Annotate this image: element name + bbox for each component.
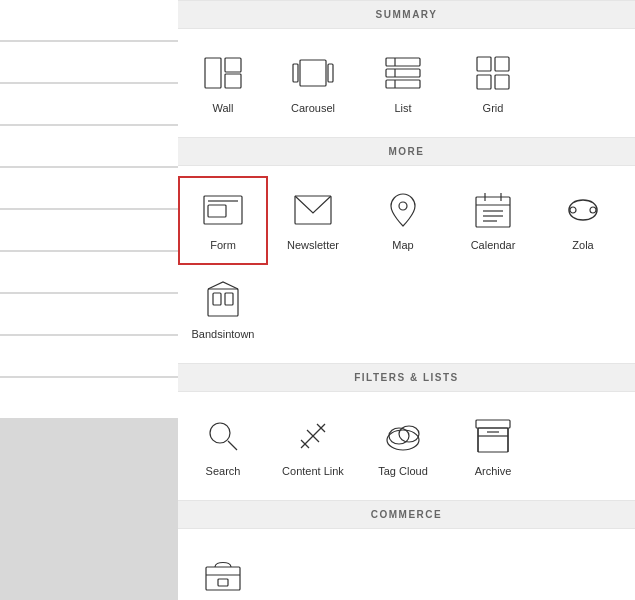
- bandsintown-label: Bandsintown: [192, 327, 255, 341]
- wall-label: Wall: [213, 101, 234, 115]
- item-list[interactable]: List: [358, 39, 448, 127]
- section-header-commerce: COMMERCE: [178, 500, 635, 529]
- map-label: Map: [392, 238, 413, 252]
- tag-cloud-icon: [381, 414, 425, 458]
- svg-rect-0: [205, 58, 221, 88]
- search-label: Search: [206, 464, 241, 478]
- carousel-label: Carousel: [291, 101, 335, 115]
- svg-rect-8: [386, 80, 420, 88]
- newsletter-icon: [291, 188, 335, 232]
- list-icon: [381, 51, 425, 95]
- svg-point-33: [210, 423, 230, 443]
- zola-label: Zola: [572, 238, 593, 252]
- item-search[interactable]: Search: [178, 402, 268, 490]
- newsletter-label: Newsletter: [287, 238, 339, 252]
- item-archive[interactable]: Archive: [448, 402, 538, 490]
- map-icon: [381, 188, 425, 232]
- item-newsletter[interactable]: Newsletter: [268, 176, 358, 264]
- form-label: Form: [210, 238, 236, 252]
- svg-rect-3: [300, 60, 326, 86]
- left-row: [0, 42, 178, 82]
- content-link-label: Content Link: [282, 464, 344, 478]
- archive-label: Archive: [475, 464, 512, 478]
- svg-rect-32: [225, 293, 233, 305]
- left-row: [0, 378, 178, 418]
- svg-rect-16: [204, 196, 242, 224]
- svg-rect-15: [495, 75, 509, 89]
- item-wall[interactable]: Wall: [178, 39, 268, 127]
- summary-grid: Wall Carousel: [178, 29, 635, 137]
- search-icon: [201, 414, 245, 458]
- svg-rect-7: [386, 69, 420, 77]
- more-grid: Form Newsletter Map: [178, 166, 635, 363]
- zola-icon: [561, 188, 605, 232]
- svg-rect-31: [213, 293, 221, 305]
- item-tag-cloud[interactable]: Tag Cloud: [358, 402, 448, 490]
- svg-rect-6: [386, 58, 420, 66]
- item-map[interactable]: Map: [358, 176, 448, 264]
- content-link-icon: [291, 414, 335, 458]
- left-row: [0, 210, 178, 250]
- grid-icon: [471, 51, 515, 95]
- left-panel: [0, 0, 178, 600]
- svg-rect-19: [295, 196, 331, 224]
- bandsintown-icon: [201, 277, 245, 321]
- left-row: [0, 0, 178, 40]
- archive-icon: [471, 414, 515, 458]
- svg-rect-4: [293, 64, 298, 82]
- svg-point-20: [399, 202, 407, 210]
- item-calendar[interactable]: Calendar: [448, 176, 538, 264]
- svg-line-34: [228, 441, 237, 450]
- form-icon: [201, 188, 245, 232]
- svg-rect-14: [477, 75, 491, 89]
- right-panel: SUMMARY Wall Carousel: [178, 0, 635, 600]
- item-bandsintown[interactable]: Bandsintown: [178, 265, 268, 353]
- svg-rect-2: [225, 74, 241, 88]
- item-form[interactable]: Form: [178, 176, 268, 264]
- svg-rect-12: [477, 57, 491, 71]
- svg-rect-5: [328, 64, 333, 82]
- left-row: [0, 84, 178, 124]
- product-icon: [201, 551, 245, 595]
- svg-rect-21: [476, 197, 510, 227]
- list-label: List: [394, 101, 411, 115]
- svg-rect-50: [218, 579, 228, 586]
- left-row: [0, 126, 178, 166]
- item-carousel[interactable]: Carousel: [268, 39, 358, 127]
- carousel-icon: [291, 51, 335, 95]
- calendar-icon: [471, 188, 515, 232]
- svg-rect-17: [208, 205, 226, 217]
- calendar-label: Calendar: [471, 238, 516, 252]
- filters-grid: Search Content Link: [178, 392, 635, 500]
- grid-label: Grid: [483, 101, 504, 115]
- svg-rect-42: [476, 420, 510, 428]
- item-content-link[interactable]: Content Link: [268, 402, 358, 490]
- left-row: [0, 252, 178, 292]
- left-row: [0, 168, 178, 208]
- svg-point-28: [570, 207, 576, 213]
- left-row: [0, 294, 178, 334]
- svg-point-29: [590, 207, 596, 213]
- tag-cloud-label: Tag Cloud: [378, 464, 428, 478]
- wall-icon: [201, 51, 245, 95]
- section-header-filters: FILTERS & LISTS: [178, 363, 635, 392]
- item-grid[interactable]: Grid: [448, 39, 538, 127]
- commerce-grid: Product: [178, 529, 635, 600]
- item-product[interactable]: Product: [178, 539, 268, 600]
- left-row: [0, 336, 178, 376]
- section-header-more: MORE: [178, 137, 635, 166]
- svg-rect-13: [495, 57, 509, 71]
- section-header-summary: SUMMARY: [178, 0, 635, 29]
- item-zola[interactable]: Zola: [538, 176, 628, 264]
- svg-rect-1: [225, 58, 241, 72]
